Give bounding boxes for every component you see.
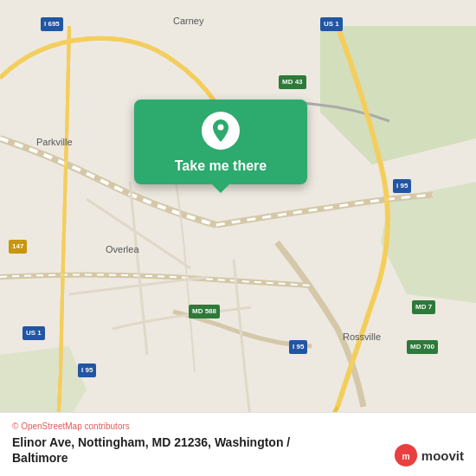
place-overlea: Overlea (106, 244, 139, 254)
badge-md7: MD 7 (412, 300, 435, 314)
badge-md700: MD 700 (407, 340, 438, 354)
location-pin (202, 112, 240, 150)
place-rossville: Rossville (343, 331, 381, 342)
moovit-text: moovit (421, 448, 464, 463)
info-panel: © OpenStreetMap contributors Elinor Ave,… (0, 412, 476, 476)
take-me-there-card[interactable]: Take me there (134, 100, 307, 184)
place-carney: Carney (173, 16, 203, 26)
map-roads (0, 0, 476, 476)
take-me-there-label: Take me there (166, 158, 275, 174)
badge-md588: MD 588 (189, 305, 220, 318)
svg-point-9 (218, 125, 224, 131)
badge-i95-south: I 95 (78, 363, 96, 377)
svg-text:m: m (402, 452, 409, 461)
badge-147: 147 (9, 240, 27, 254)
copyright-text: © OpenStreetMap contributors (12, 421, 464, 431)
place-parkville: Parkville (36, 137, 73, 147)
address-line1: Elinor Ave, Nottingham, MD 21236, Washin… (12, 434, 290, 450)
badge-us1-left: US 1 (23, 326, 45, 340)
badge-i95-center: I 95 (289, 340, 307, 354)
moovit-logo: m moovit (394, 443, 464, 467)
moovit-icon: m (394, 443, 418, 467)
badge-md43: MD 43 (279, 75, 306, 89)
pin-icon (211, 119, 230, 142)
badge-i695: I 695 (41, 17, 63, 31)
address-line2: Baltimore (12, 450, 290, 466)
badge-i95-right: I 95 (393, 179, 411, 193)
map-container: Carney Parkville Overlea Rossville I 695… (0, 0, 476, 476)
badge-us1-top: US 1 (320, 17, 343, 31)
